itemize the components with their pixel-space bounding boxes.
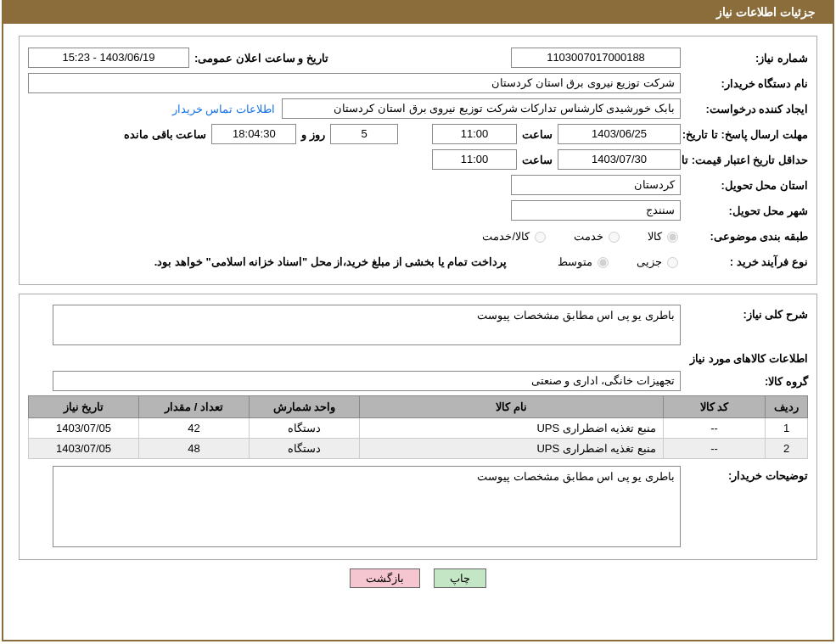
valid-date-field: 1403/07/30 — [558, 149, 681, 170]
category-both-label: کالا/خدمت — [482, 230, 530, 243]
time-label-1: ساعت — [522, 128, 553, 141]
announce-label: تاریخ و ساعت اعلان عمومی: — [194, 52, 328, 64]
buyer-notes-label: توضیحات خریدار: — [681, 466, 808, 482]
th-row: ردیف — [766, 396, 808, 418]
cell-code: -- — [664, 439, 766, 459]
th-unit: واحد شمارش — [250, 396, 360, 418]
cell-unit: دستگاه — [250, 439, 360, 459]
time-label-2: ساعت — [522, 154, 553, 166]
cell-date: 1403/07/05 — [29, 439, 139, 459]
creator-field: بابک خورشیدی کارشناس تدارکات شرکت توزیع … — [282, 98, 681, 119]
cell-unit: دستگاه — [250, 418, 360, 439]
goods-info-heading: اطلاعات کالاهای مورد نیاز — [28, 352, 808, 365]
th-name: نام کالا — [360, 396, 664, 418]
goods-group-label: گروه کالا: — [681, 375, 808, 388]
cell-name: منبع تغذیه اضطراری UPS — [360, 418, 664, 439]
cell-row: 1 — [766, 418, 808, 439]
min-valid-label: حداقل تاریخ اعتبار قیمت: تا تاریخ: — [681, 154, 808, 166]
cell-name: منبع تغذیه اضطراری UPS — [360, 439, 664, 459]
cell-code: -- — [664, 418, 766, 439]
table-row: 1 -- منبع تغذیه اضطراری UPS دستگاه 42 14… — [29, 418, 808, 439]
table-row: 2 -- منبع تغذیه اضطراری UPS دستگاه 48 14… — [29, 439, 808, 459]
back-button[interactable]: بازگشت — [350, 568, 420, 588]
buyer-field: شرکت توزیع نیروی برق استان کردستان — [28, 73, 681, 93]
province-field: کردستان — [511, 175, 681, 195]
city-label: شهر محل تحویل: — [681, 204, 808, 217]
goods-panel: شرح کلی نیاز: اطلاعات کالاهای مورد نیاز … — [19, 294, 817, 560]
need-info-panel: شماره نیاز: 1103007017000188 تاریخ و ساع… — [19, 36, 817, 285]
process-small-label: جزیی — [637, 255, 662, 268]
payment-note: پرداخت تمام یا بخشی از مبلغ خرید،از محل … — [154, 255, 507, 268]
category-goods-label: کالا — [648, 230, 662, 243]
process-small-radio[interactable] — [667, 257, 678, 268]
th-qty: تعداد / مقدار — [139, 396, 250, 418]
category-label: طبقه بندی موضوعی: — [681, 230, 808, 243]
cell-qty: 48 — [139, 439, 250, 459]
deadline-time-field: 11:00 — [432, 124, 517, 144]
goods-group-field: تجهیزات خانگی، اداری و صنعتی — [53, 371, 681, 391]
remain-time-field: 18:04:30 — [211, 124, 296, 144]
category-both-radio[interactable] — [535, 232, 546, 243]
process-medium-radio[interactable] — [598, 257, 609, 268]
buyer-contact-link[interactable]: اطلاعات تماس خریدار — [172, 103, 275, 115]
buyer-label: نام دستگاه خریدار: — [681, 77, 808, 90]
process-radio-group: جزیی متوسط — [532, 255, 681, 268]
cell-row: 2 — [766, 439, 808, 459]
goods-table: ردیف کد کالا نام کالا واحد شمارش تعداد /… — [28, 395, 808, 459]
button-row: چاپ بازگشت — [19, 568, 817, 588]
category-service-radio[interactable] — [609, 232, 620, 243]
page-title: جزئیات اطلاعات نیاز — [3, 0, 833, 24]
th-date: تاریخ نیاز — [29, 396, 139, 418]
process-medium-label: متوسط — [558, 255, 592, 268]
valid-time-field: 11:00 — [432, 149, 517, 170]
category-service-label: خدمت — [574, 230, 603, 243]
process-type-label: نوع فرآیند خرید : — [681, 255, 808, 268]
th-code: کد کالا — [664, 396, 766, 418]
overall-textarea — [53, 305, 681, 345]
req-no-label: شماره نیاز: — [681, 52, 808, 64]
print-button[interactable]: چاپ — [434, 568, 486, 588]
announce-field: 1403/06/19 - 15:23 — [28, 48, 189, 68]
overall-label: شرح کلی نیاز: — [681, 305, 808, 321]
creator-label: ایجاد کننده درخواست: — [681, 103, 808, 115]
city-field: سنندج — [511, 200, 681, 221]
category-goods-radio[interactable] — [667, 232, 678, 243]
req-no-field: 1103007017000188 — [511, 48, 681, 68]
cell-qty: 42 — [139, 418, 250, 439]
time-remaining-label: ساعت باقی مانده — [124, 128, 206, 141]
buyer-notes-textarea — [53, 466, 681, 547]
deadline-label: مهلت ارسال پاسخ: تا تاریخ: — [681, 128, 808, 141]
category-radio-group: کالا خدمت کالا/خدمت — [457, 229, 681, 243]
days-and-label: روز و — [301, 128, 325, 141]
cell-date: 1403/07/05 — [29, 418, 139, 439]
deadline-date-field: 1403/06/25 — [558, 124, 681, 144]
province-label: استان محل تحویل: — [681, 179, 808, 192]
remain-days-field: 5 — [330, 124, 398, 144]
